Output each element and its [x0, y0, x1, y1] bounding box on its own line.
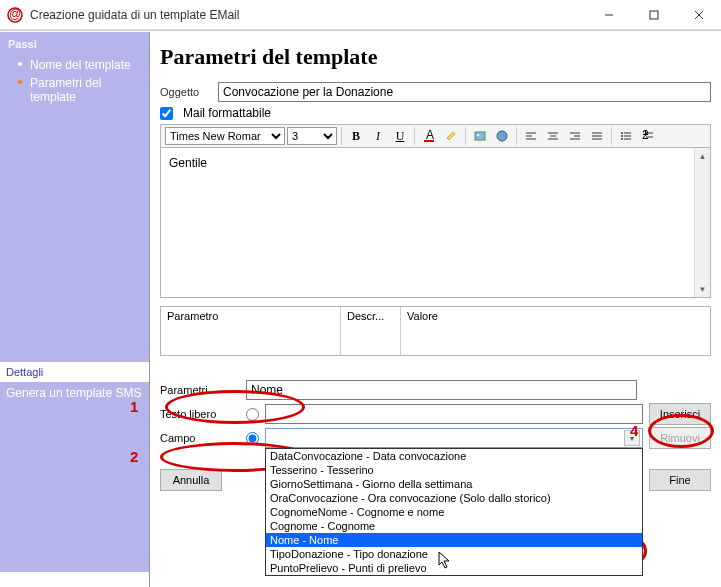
fine-button[interactable]: Fine: [649, 469, 711, 491]
insert-image-button[interactable]: [470, 127, 490, 145]
dropdown-option[interactable]: TipoDonazione - Tipo donazione: [266, 547, 642, 561]
campo-combo[interactable]: ▾ DataConvocazione - Data convocazioneTe…: [265, 428, 643, 448]
underline-button[interactable]: U: [390, 127, 410, 145]
svg-rect-8: [475, 132, 485, 140]
testo-libero-radio[interactable]: [246, 408, 259, 421]
rimuovi-button[interactable]: Rimuovi: [649, 427, 711, 449]
campo-label: Campo: [160, 432, 240, 444]
grid-col-parametro[interactable]: Parametro: [161, 307, 341, 355]
grid-col-valore[interactable]: Valore: [401, 307, 710, 355]
campo-dropdown[interactable]: DataConvocazione - Data convocazioneTess…: [265, 448, 643, 576]
mail-formattable-label: Mail formattabile: [183, 106, 271, 120]
highlight-button[interactable]: [441, 127, 461, 145]
dropdown-option[interactable]: GiornoSettimana - Giorno della settimana: [266, 477, 642, 491]
step-label: Parametri del template: [30, 76, 101, 104]
svg-point-25: [621, 135, 623, 137]
dropdown-option[interactable]: Tesserino - Tesserino: [266, 463, 642, 477]
campo-row: Campo ▾ DataConvocazione - Data convocaz…: [160, 426, 711, 450]
parameters-grid[interactable]: Parametro Descr... Valore: [160, 306, 711, 356]
testo-libero-input[interactable]: [265, 404, 643, 424]
parametri-input[interactable]: [246, 380, 637, 400]
step-nome-template[interactable]: Nome del template: [18, 56, 141, 74]
testo-libero-label: Testo libero: [160, 408, 240, 420]
rich-text-toolbar: Times New Romar 3 B I U A 12: [160, 124, 711, 148]
svg-rect-7: [424, 140, 434, 142]
svg-rect-3: [650, 11, 658, 19]
campo-combo-box[interactable]: ▾: [265, 428, 643, 448]
parametri-row: Parametri x: [160, 378, 711, 402]
rich-text-editor[interactable]: Gentile ▲ ▼: [160, 148, 711, 298]
dropdown-option[interactable]: PuntoPrelievo - Punti di prelievo: [266, 561, 642, 575]
svg-point-10: [497, 131, 507, 141]
steps-heading: Passi: [8, 38, 141, 50]
testo-libero-row: Testo libero Inserisci: [160, 402, 711, 426]
scroll-up-icon[interactable]: ▲: [695, 148, 710, 164]
campo-radio[interactable]: [246, 432, 259, 445]
grid-col-descr[interactable]: Descr...: [341, 307, 401, 355]
dropdown-option[interactable]: CognomeNome - Cognome e nome: [266, 505, 642, 519]
font-name-select[interactable]: Times New Romar: [165, 127, 285, 145]
align-justify-button[interactable]: [587, 127, 607, 145]
step-label: Nome del template: [30, 58, 131, 72]
insert-link-button[interactable]: [492, 127, 512, 145]
svg-text:@: @: [9, 7, 21, 21]
wizard-sidebar: Passi Nome del template Parametri del te…: [0, 32, 150, 587]
svg-point-27: [621, 138, 623, 140]
bullet-list-button[interactable]: [616, 127, 636, 145]
scroll-down-icon[interactable]: ▼: [695, 281, 710, 297]
align-right-button[interactable]: [565, 127, 585, 145]
dropdown-option[interactable]: OraConvocazione - Ora convocazione (Solo…: [266, 491, 642, 505]
window-titlebar: @ Creazione guidata di un template EMail: [0, 0, 721, 30]
inserisci-button[interactable]: Inserisci: [649, 403, 711, 425]
app-icon: @: [6, 6, 24, 24]
number-list-button[interactable]: 12: [638, 127, 658, 145]
editor-content: Gentile: [169, 156, 207, 170]
bold-button[interactable]: B: [346, 127, 366, 145]
step-parametri-template[interactable]: Parametri del template: [18, 74, 141, 106]
dropdown-option[interactable]: Nome - Nome: [266, 533, 642, 547]
editor-scrollbar[interactable]: ▲ ▼: [694, 148, 710, 297]
main-panel: Parametri del template Oggetto Mail form…: [150, 32, 721, 587]
mail-formattable-checkbox[interactable]: [160, 107, 173, 120]
svg-point-23: [621, 132, 623, 134]
align-center-button[interactable]: [543, 127, 563, 145]
details-panel: Genera un template SMS: [0, 382, 149, 572]
page-title: Parametri del template: [160, 44, 711, 70]
dropdown-option[interactable]: Cognome - Cognome: [266, 519, 642, 533]
window-minimize-button[interactable]: [586, 0, 631, 30]
parametri-label: Parametri: [160, 384, 240, 396]
align-left-button[interactable]: [521, 127, 541, 145]
italic-button[interactable]: I: [368, 127, 388, 145]
font-size-select[interactable]: 3: [287, 127, 337, 145]
details-link-sms[interactable]: Genera un template SMS: [6, 386, 143, 400]
window-title: Creazione guidata di un template EMail: [30, 8, 586, 22]
details-heading: Dettagli: [0, 362, 149, 382]
window-close-button[interactable]: [676, 0, 721, 30]
subject-label: Oggetto: [160, 86, 212, 98]
window-maximize-button[interactable]: [631, 0, 676, 30]
chevron-down-icon[interactable]: ▾: [624, 430, 640, 446]
svg-point-9: [477, 134, 479, 136]
subject-input[interactable]: [218, 82, 711, 102]
annulla-button[interactable]: Annulla: [160, 469, 222, 491]
svg-text:2: 2: [642, 130, 649, 142]
font-color-button[interactable]: A: [419, 127, 439, 145]
dropdown-option[interactable]: DataConvocazione - Data convocazione: [266, 449, 642, 463]
